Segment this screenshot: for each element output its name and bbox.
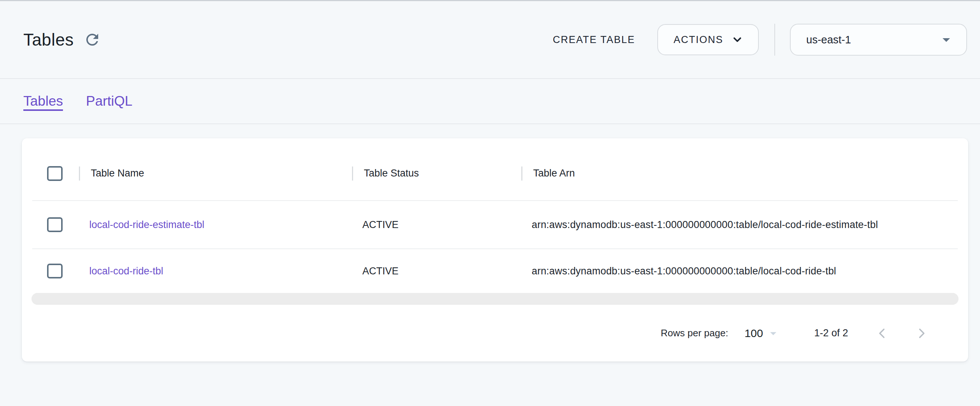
region-select[interactable]: us-east-1 [790, 24, 967, 56]
rows-per-page-label: Rows per page: [660, 328, 728, 339]
chevron-left-icon [874, 325, 890, 342]
actions-button[interactable]: ACTIONS [657, 24, 759, 55]
table-name-link[interactable]: local-cod-ride-estimate-tbl [89, 219, 205, 230]
select-caret-icon [766, 326, 781, 341]
column-header-table-arn[interactable]: Table Arn [521, 162, 968, 185]
header-bottom-divider [0, 78, 980, 79]
rows-per-page-select[interactable]: 100 [745, 326, 781, 341]
table-row: local-cod-ride-tbl ACTIVE arn:aws:dynamo… [22, 249, 968, 293]
tab-tables[interactable]: Tables [23, 93, 63, 109]
tab-bar: Tables PartiQL [23, 79, 132, 123]
page-title: Tables [23, 30, 74, 50]
refresh-button[interactable] [79, 26, 106, 53]
row-checkbox[interactable] [47, 264, 63, 278]
region-select-value: us-east-1 [806, 34, 851, 46]
status-text: ACTIVE [362, 219, 399, 230]
table-name-cell: local-cod-ride-tbl [79, 265, 352, 277]
tab-partiql[interactable]: PartiQL [86, 93, 132, 109]
arn-text: arn:aws:dynamodb:us-east-1:000000000000:… [532, 265, 836, 277]
rows-per-page-value: 100 [745, 327, 763, 340]
table-arn-cell: arn:aws:dynamodb:us-east-1:000000000000:… [521, 219, 968, 231]
table-arn-cell: arn:aws:dynamodb:us-east-1:000000000000:… [521, 265, 968, 277]
status-text: ACTIVE [362, 265, 399, 277]
pagination-bar: Rows per page: 100 1-2 of 2 [22, 305, 968, 361]
table-name-link[interactable]: local-cod-ride-tbl [89, 265, 163, 277]
table-name-cell: local-cod-ride-estimate-tbl [79, 219, 352, 231]
table-status-cell: ACTIVE [352, 219, 521, 231]
header-vertical-divider [774, 24, 775, 56]
table-status-cell: ACTIVE [352, 265, 521, 277]
column-header-table-status[interactable]: Table Status [352, 162, 521, 185]
row-checkbox-cell [22, 217, 79, 232]
dropdown-caret-icon [937, 31, 955, 49]
arn-text: arn:aws:dynamodb:us-east-1:000000000000:… [532, 219, 878, 230]
page-next-button[interactable] [904, 315, 939, 351]
horizontal-scrollbar[interactable] [32, 293, 959, 305]
column-header-table-arn-label: Table Arn [533, 168, 575, 179]
column-header-table-status-label: Table Status [364, 168, 419, 179]
tables-card: Table Name Table Status Table Arn local-… [22, 138, 968, 361]
page-prev-button[interactable] [864, 315, 900, 351]
tabbar-bottom-divider [0, 123, 980, 124]
app-header: Tables CREATE TABLE ACTIONS us-east-1 [0, 1, 980, 78]
column-header-table-name-label: Table Name [91, 168, 144, 179]
row-checkbox[interactable] [47, 217, 63, 232]
chevron-down-icon [730, 32, 745, 47]
chevron-right-icon [913, 325, 930, 342]
pagination-range-label: 1-2 of 2 [814, 328, 848, 339]
table-row: local-cod-ride-estimate-tbl ACTIVE arn:a… [22, 201, 968, 248]
refresh-icon [83, 31, 101, 49]
create-table-button[interactable]: CREATE TABLE [549, 27, 639, 53]
grid-header-checkbox-cell [22, 166, 79, 181]
grid-header-row: Table Name Table Status Table Arn [22, 138, 968, 200]
actions-button-label: ACTIONS [674, 34, 723, 46]
select-all-checkbox[interactable] [47, 166, 63, 181]
column-header-table-name[interactable]: Table Name [79, 162, 352, 185]
row-checkbox-cell [22, 264, 79, 278]
